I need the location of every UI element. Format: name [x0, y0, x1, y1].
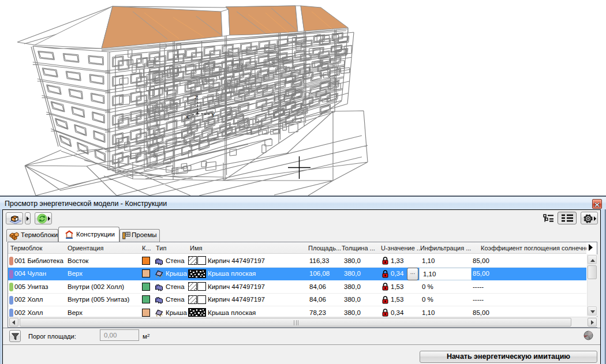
svg-text:X: X: [185, 114, 189, 120]
svg-text:Y: Y: [211, 111, 215, 118]
svg-text:Z: Z: [194, 94, 198, 100]
